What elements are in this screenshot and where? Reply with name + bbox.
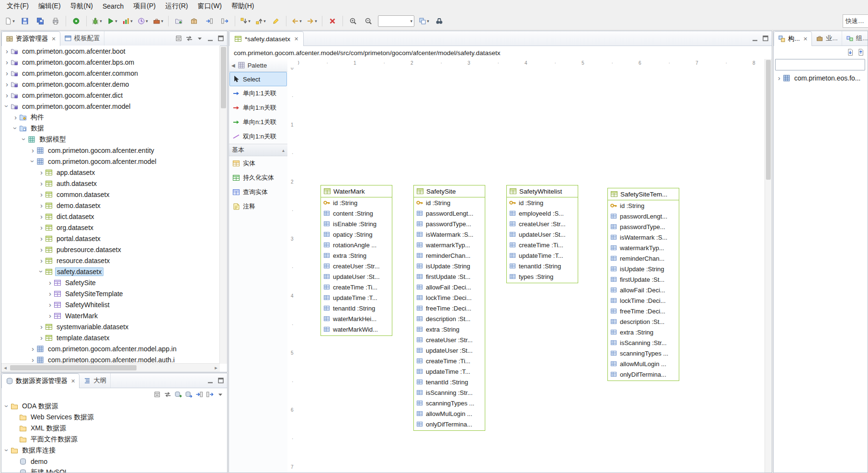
expander-icon[interactable]: ›: [46, 312, 54, 319]
menu-edit[interactable]: 编辑(E): [34, 0, 66, 12]
tree-item[interactable]: 新建 MySQL: [1, 467, 227, 473]
menu-run[interactable]: 运行(R): [160, 0, 193, 12]
palette-section-header[interactable]: 基本▴: [229, 144, 287, 156]
close-icon[interactable]: ✕: [71, 378, 75, 384]
expander-icon[interactable]: ›: [46, 290, 54, 297]
expander-icon[interactable]: ›: [38, 235, 45, 242]
entity-field[interactable]: employeeId :S...: [507, 208, 578, 219]
forward-button[interactable]: ▾: [305, 15, 319, 27]
tree-item[interactable]: ›pubresource.datasetx: [1, 244, 220, 255]
tree-item[interactable]: ›com.primeton.gocom.afcenter.entity: [1, 145, 220, 156]
chevron-down-icon[interactable]: ▾: [130, 19, 133, 23]
entity-field[interactable]: updateTime :T...: [414, 366, 485, 377]
entity-field[interactable]: updateTime :T...: [507, 250, 578, 261]
entity-node[interactable]: WaterMarkid :Stringcontent :StringisEnab…: [320, 185, 392, 336]
palette-tool-relation-1-n[interactable]: 单向1:n关联: [229, 101, 287, 115]
entity-field[interactable]: allowMulLogin ...: [414, 408, 485, 419]
expander-icon[interactable]: ›: [38, 202, 45, 209]
link-editor-button[interactable]: [184, 34, 194, 43]
palette-tool-persist-entity[interactable]: 持久化实体: [229, 171, 287, 185]
expander-icon[interactable]: ›: [29, 356, 36, 363]
chevron-down-icon[interactable]: ▾: [146, 19, 148, 23]
tree-item[interactable]: ›demo.datasetx: [1, 200, 220, 211]
chevron-down-icon[interactable]: ▾: [299, 19, 302, 23]
chevron-down-icon[interactable]: ▾: [100, 19, 102, 23]
run-history-button[interactable]: ▾: [136, 15, 150, 27]
new-wizard-button[interactable]: ▾: [2, 15, 17, 27]
new-component-button[interactable]: [187, 15, 201, 27]
tree-item[interactable]: ›resource.datasetx: [1, 255, 220, 266]
palette-tool-relation-n-1[interactable]: 单向n:1关联: [229, 115, 287, 129]
palette-header[interactable]: ◀ Palette: [229, 59, 287, 72]
datasource-tab-datasource-explorer[interactable]: 数据源资源管理器✕: [1, 373, 80, 388]
tree-item[interactable]: ›com.primeton.gocom.afcenter.boot: [1, 46, 220, 57]
expander-icon[interactable]: ›: [3, 103, 11, 110]
close-icon[interactable]: ✕: [294, 36, 298, 42]
tree-item[interactable]: ›SafetySiteTemplate: [1, 288, 220, 299]
view-menu-button[interactable]: [216, 390, 225, 399]
tree-item[interactable]: ›systemvariable.datasetx: [1, 321, 220, 332]
tree-item[interactable]: ›数据库连接: [1, 445, 227, 456]
tree-item[interactable]: ›com.primeton.gocom.afcenter.model.app.i…: [1, 343, 220, 354]
entity-field[interactable]: extra :String: [321, 250, 392, 261]
entity-field[interactable]: isWatermark :S...: [414, 229, 485, 240]
entity-field[interactable]: isScanning :Str...: [608, 337, 679, 348]
expander-icon[interactable]: ›: [29, 345, 36, 352]
import-config-button[interactable]: [194, 390, 204, 399]
close-icon[interactable]: ✕: [52, 36, 56, 42]
expander-icon[interactable]: ›: [12, 114, 19, 121]
entity-field[interactable]: rotationAngle ...: [321, 240, 392, 250]
back-button[interactable]: ▾: [289, 15, 304, 27]
entity-field[interactable]: tenantId :String: [321, 303, 392, 313]
entity-field[interactable]: freeTime :Deci...: [608, 306, 679, 316]
entity-field[interactable]: id :String: [321, 197, 392, 208]
menu-file[interactable]: 文件(F): [2, 0, 34, 12]
entity-field[interactable]: watermarkTyp...: [608, 242, 679, 253]
entity-field[interactable]: isEnable :String: [321, 219, 392, 229]
entity-node[interactable]: SafetyWhitelistid :StringemployeeId :S..…: [506, 185, 578, 283]
entity-field[interactable]: id :String: [608, 200, 679, 211]
chevron-down-icon[interactable]: ▾: [12, 19, 15, 23]
expander-icon[interactable]: ›: [3, 47, 11, 55]
minimize-button[interactable]: [750, 34, 760, 43]
chevron-down-icon[interactable]: ▾: [248, 19, 251, 23]
scroll-left-icon[interactable]: ◂: [1, 365, 9, 371]
menu-project[interactable]: 项目(P): [128, 0, 160, 12]
expander-icon[interactable]: ›: [38, 323, 45, 330]
palette-tool-query-entity[interactable]: 查询实体: [229, 185, 287, 199]
minimize-button[interactable]: [206, 376, 215, 385]
entity-field[interactable]: scanningTypes ...: [414, 398, 485, 408]
search-tool-button[interactable]: [432, 15, 446, 27]
right-panel-tab-business[interactable]: 业...: [812, 31, 842, 46]
diagram-canvas[interactable]: WaterMarkid :Stringcontent :StringisEnab…: [298, 68, 765, 473]
scrollbar-thumb[interactable]: [766, 60, 771, 180]
entity-field[interactable]: reminderChan...: [414, 250, 485, 261]
tree-item[interactable]: ›auth.datasetx: [1, 178, 220, 189]
zoom-out-button[interactable]: [361, 15, 376, 27]
debug-button[interactable]: ▾: [90, 15, 104, 27]
tree-item[interactable]: ›ODA 数据源: [1, 401, 227, 412]
canvas-vertical-scrollbar[interactable]: [765, 59, 772, 473]
entity-field[interactable]: allowMulLogin ...: [608, 358, 679, 369]
expander-icon[interactable]: ›: [12, 125, 19, 132]
entity-field[interactable]: updateUser :St...: [414, 345, 485, 356]
entity-field[interactable]: passwordType...: [608, 221, 679, 232]
entity-field[interactable]: waterMarkWid...: [321, 324, 392, 335]
expander-icon[interactable]: ›: [38, 334, 45, 341]
entity-field[interactable]: types :String: [507, 271, 578, 282]
entity-field[interactable]: extra :String: [608, 327, 679, 337]
tree-item[interactable]: demo: [1, 456, 227, 467]
expander-icon[interactable]: ›: [29, 147, 36, 154]
tree-item[interactable]: ›SafetyWhitelist: [1, 299, 220, 310]
palette-tool-relation-1-1[interactable]: 单向1:1关联: [229, 86, 287, 101]
section-collapse-icon[interactable]: ▴: [282, 148, 285, 153]
tree-item[interactable]: 平面文件数据源: [1, 434, 227, 445]
entity-field[interactable]: tenantId :String: [414, 377, 485, 387]
export-config-button[interactable]: [205, 390, 215, 399]
right-panel-tab-groups[interactable]: 组...: [842, 31, 868, 46]
entity-field[interactable]: description :St...: [414, 313, 485, 324]
import-model-button[interactable]: [845, 47, 855, 57]
save-all-button[interactable]: [33, 15, 47, 27]
tree-item[interactable]: ›com.primeton.gocom.afcenter.bps.om: [1, 57, 220, 68]
maximize-button[interactable]: [216, 34, 226, 43]
